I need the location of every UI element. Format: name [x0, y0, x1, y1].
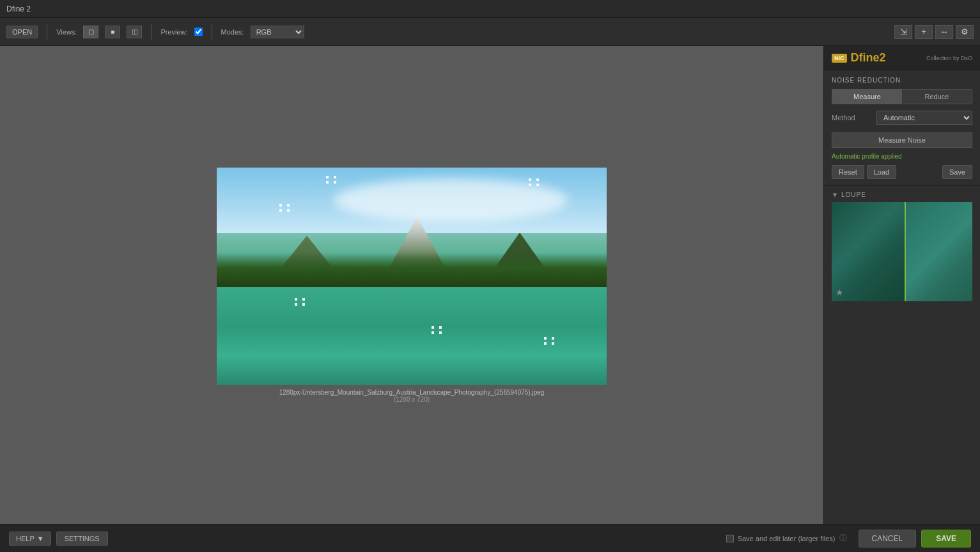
dfine-title-num: 2: [880, 51, 886, 64]
loupe-right-panel: [905, 202, 972, 301]
load-button[interactable]: Load: [867, 165, 896, 179]
toolbar: OPEN Views: ▢ ■ ◫ Preview: Modes: RGB Lu…: [0, 18, 980, 46]
dfine-title-main: Dfine: [851, 51, 880, 64]
settings-icon-button[interactable]: ⚙: [956, 25, 974, 39]
loupe-header: ▼ LOUPE: [832, 191, 972, 198]
measure-reduce-tabs: Measure Reduce: [832, 89, 972, 104]
main-image[interactable]: [217, 168, 607, 385]
loupe-arrow-icon: ▼: [832, 191, 839, 198]
loupe-section: ▼ LOUPE ★: [824, 186, 980, 306]
save-edit-area: Save and edit later (larger files) ⓘ: [726, 533, 847, 544]
fit-icon-button[interactable]: ⇲: [894, 25, 912, 39]
loupe-left-panel: [832, 202, 905, 301]
method-field-row: Method Automatic Manual: [832, 111, 972, 125]
help-label: HELP: [16, 535, 35, 542]
save-button[interactable]: SAVE: [921, 530, 971, 548]
info-icon[interactable]: ⓘ: [839, 533, 847, 544]
save-edit-text: Save and edit later (larger files): [738, 535, 836, 542]
method-label: Method: [832, 114, 876, 122]
loupe-star-icon[interactable]: ★: [836, 287, 844, 297]
app-title: Dfine 2: [6, 4, 31, 13]
image-dimensions: (1280 x 720): [217, 396, 607, 403]
sep3: [212, 24, 212, 40]
collection-label: Collection by DxO: [926, 55, 972, 61]
image-filename: 1280px-Untersberg_Mountain_Salzburg_Aust…: [217, 389, 607, 396]
view-split-h-button[interactable]: ■: [105, 26, 120, 38]
view-split-v-button[interactable]: ◫: [127, 26, 142, 38]
dfine-title: Dfine2: [851, 51, 886, 65]
loupe-title: LOUPE: [841, 191, 866, 198]
save-profile-button[interactable]: Save: [942, 165, 972, 179]
help-button[interactable]: HELP ▼: [9, 532, 51, 546]
canvas-area: 1280px-Untersberg_Mountain_Salzburg_Aust…: [0, 46, 823, 524]
image-caption: 1280px-Untersberg_Mountain_Salzburg_Aust…: [217, 389, 607, 403]
reset-button[interactable]: Reset: [832, 165, 864, 179]
help-arrow-icon: ▼: [37, 535, 44, 542]
noise-reduction-section: NOISE REDUCTION Measure Reduce Method Au…: [824, 70, 980, 186]
image-container: 1280px-Untersberg_Mountain_Salzburg_Aust…: [217, 168, 607, 403]
modes-select[interactable]: RGB Luminance: [251, 26, 304, 38]
sep1: [47, 24, 47, 40]
right-panel: NIC Dfine2 Collection by DxO NOISE REDUC…: [823, 46, 980, 524]
noise-reduction-title: NOISE REDUCTION: [832, 77, 972, 84]
save-edit-checkbox[interactable]: [726, 535, 734, 542]
tab-reduce[interactable]: Reduce: [902, 90, 972, 104]
preview-label: Preview:: [160, 28, 187, 36]
settings-button[interactable]: SETTINGS: [56, 532, 108, 546]
auto-profile-message: Automatic profile applied: [832, 153, 972, 160]
bottom-bar: HELP ▼ SETTINGS Save and edit later (lar…: [0, 524, 980, 552]
compare-button[interactable]: ↔: [935, 25, 953, 39]
zoom-in-button[interactable]: +: [915, 25, 933, 39]
trees-layer: [217, 253, 607, 291]
main-layout: 1280px-Untersberg_Mountain_Salzburg_Aust…: [0, 46, 980, 524]
view-single-button[interactable]: ▢: [83, 26, 98, 38]
method-select[interactable]: Automatic Manual: [876, 111, 972, 125]
preview-checkbox[interactable]: [194, 28, 203, 36]
measure-noise-button[interactable]: Measure Noise: [832, 132, 972, 148]
panel-header: NIC Dfine2 Collection by DxO: [824, 46, 980, 70]
cancel-button[interactable]: CANCEL: [859, 530, 917, 548]
toolbar-right-icons: ⇲ + ↔ ⚙: [894, 25, 974, 39]
loupe-image: ★: [832, 202, 972, 301]
dfine-logo: NIC Dfine2: [832, 51, 886, 65]
sep2: [151, 24, 152, 40]
title-bar: Dfine 2: [0, 0, 980, 18]
modes-label: Modes:: [221, 28, 244, 36]
open-button[interactable]: OPEN: [6, 26, 38, 38]
nic-logo-box: NIC: [832, 54, 847, 63]
views-label: Views:: [56, 28, 77, 36]
water-layer: [217, 287, 607, 385]
loupe-divider[interactable]: [905, 202, 906, 301]
profile-actions: Reset Load Save: [832, 165, 972, 179]
tab-measure[interactable]: Measure: [832, 90, 902, 104]
